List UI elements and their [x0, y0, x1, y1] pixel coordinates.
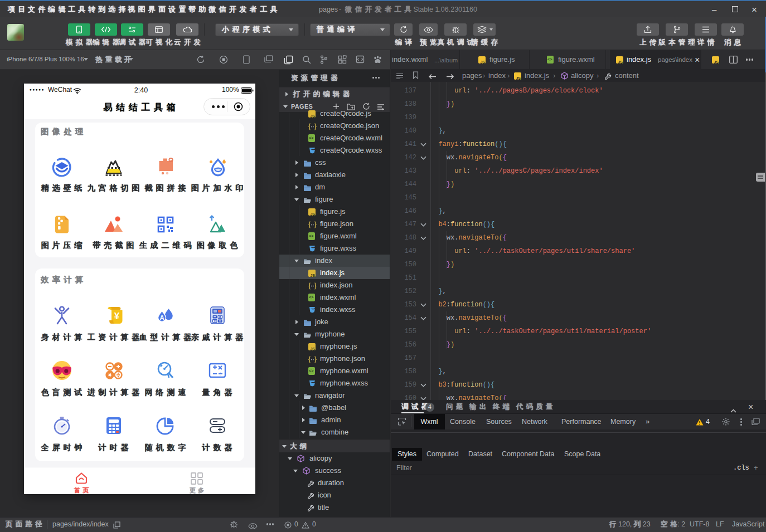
svg-text:A: A: [159, 314, 164, 322]
svg-text:¥: ¥: [114, 311, 119, 321]
